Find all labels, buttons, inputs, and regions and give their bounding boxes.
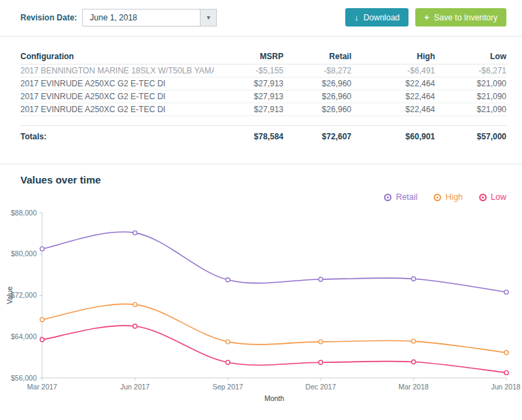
- svg-text:Mar 2017: Mar 2017: [27, 383, 58, 391]
- cell-high: $22,464: [351, 79, 435, 88]
- svg-text:Jun 2018: Jun 2018: [491, 383, 520, 391]
- cell-msrp: -$5,155: [214, 66, 283, 75]
- chevron-down-icon: ▾: [200, 10, 216, 26]
- totals-retail: $72,607: [283, 132, 351, 141]
- cell-msrp: $27,913: [214, 79, 283, 88]
- col-header-retail: Retail: [283, 52, 351, 61]
- svg-text:$80,000: $80,000: [11, 249, 37, 258]
- svg-text:Dec 2017: Dec 2017: [305, 383, 336, 391]
- section-divider: [0, 36, 522, 37]
- cell-low: -$6,271: [435, 66, 506, 75]
- download-button-label: Download: [364, 13, 400, 22]
- values-over-time-chart: $56,000$64,000$72,000$80,000$88,000Mar 2…: [0, 206, 522, 410]
- revision-date-label: Revision Date:: [20, 13, 77, 22]
- download-button[interactable]: ↓ Download: [345, 8, 408, 27]
- cell-high: $22,464: [351, 92, 435, 101]
- col-header-low: Low: [435, 52, 506, 61]
- totals-row: Totals: $78,584 $72,607 $60,901 $57,000: [20, 125, 506, 147]
- pricing-table: Configuration MSRP Retail High Low 2017 …: [0, 49, 522, 154]
- chart-legend: Retail High Low: [0, 191, 522, 203]
- legend-item[interactable]: High: [434, 192, 463, 202]
- legend-label: Retail: [396, 192, 417, 202]
- cell-high: $22,464: [351, 105, 435, 114]
- chart-section-title: Values over time: [0, 174, 522, 186]
- svg-text:Jun 2017: Jun 2017: [120, 383, 150, 391]
- cell-retail: $26,960: [283, 105, 351, 114]
- totals-msrp: $78,584: [214, 132, 283, 141]
- legend-item[interactable]: Retail: [384, 192, 417, 202]
- cell-low: $21,090: [435, 105, 506, 114]
- save-to-inventory-label: Save to Inventory: [434, 13, 498, 22]
- col-header-high: High: [351, 52, 435, 61]
- revision-date-value: June 1, 2018: [83, 10, 200, 26]
- legend-ring-icon: [384, 194, 392, 201]
- legend-label: Low: [491, 192, 506, 202]
- cell-configuration: 2017 EVINRUDE A250XC G2 E-TEC DI: [20, 92, 214, 101]
- legend-label: High: [445, 192, 463, 202]
- section-divider: [0, 164, 522, 164]
- table-row: 2017 EVINRUDE A250XC G2 E-TEC DI $27,913…: [20, 90, 506, 103]
- svg-text:$88,000: $88,000: [11, 209, 37, 217]
- totals-label: Totals:: [20, 132, 214, 141]
- totals-low: $57,000: [435, 132, 506, 141]
- col-header-configuration: Configuration: [20, 52, 214, 61]
- legend-ring-icon: [434, 194, 441, 201]
- svg-text:$64,000: $64,000: [11, 332, 37, 340]
- save-to-inventory-button[interactable]: + Save to Inventory: [415, 8, 506, 27]
- cell-msrp: $27,913: [214, 92, 283, 101]
- revision-date-select[interactable]: June 1, 2018 ▾: [82, 9, 217, 27]
- cell-retail: $26,960: [283, 92, 351, 101]
- cell-configuration: 2017 BENNINGTON MARINE 18SLX W/T50LB YAM…: [20, 66, 214, 75]
- svg-text:Month: Month: [264, 394, 284, 402]
- svg-text:Mar 2018: Mar 2018: [398, 383, 429, 391]
- cell-retail: -$8,272: [283, 66, 351, 75]
- svg-text:Value: Value: [5, 286, 14, 304]
- chart-section: Values over time Retail High Low $56,000…: [0, 174, 522, 410]
- table-row: 2017 BENNINGTON MARINE 18SLX W/T50LB YAM…: [20, 65, 506, 77]
- plus-icon: +: [424, 13, 430, 22]
- cell-low: $21,090: [435, 92, 506, 101]
- cell-low: $21,090: [435, 79, 506, 88]
- cell-configuration: 2017 EVINRUDE A250XC G2 E-TEC DI: [20, 79, 214, 88]
- legend-ring-icon: [479, 194, 487, 201]
- cell-high: -$6,491: [351, 66, 435, 75]
- cell-retail: $26,960: [283, 79, 351, 88]
- cell-configuration: 2017 EVINRUDE A250XC G2 E-TEC DI: [20, 105, 214, 114]
- col-header-msrp: MSRP: [214, 52, 283, 61]
- svg-text:Sep 2017: Sep 2017: [213, 383, 243, 391]
- svg-text:$72,000: $72,000: [11, 291, 37, 299]
- cell-msrp: $27,913: [214, 105, 283, 114]
- download-icon: ↓: [354, 13, 359, 22]
- toolbar: Revision Date: June 1, 2018 ▾ ↓ Download…: [0, 8, 522, 27]
- table-row: 2017 EVINRUDE A250XC G2 E-TEC DI $27,913…: [20, 103, 506, 116]
- svg-text:$56,000: $56,000: [11, 374, 37, 382]
- table-row: 2017 EVINRUDE A250XC G2 E-TEC DI $27,913…: [20, 77, 506, 90]
- totals-high: $60,901: [351, 132, 435, 141]
- legend-item[interactable]: Low: [479, 192, 506, 202]
- table-header-row: Configuration MSRP Retail High Low: [20, 49, 506, 65]
